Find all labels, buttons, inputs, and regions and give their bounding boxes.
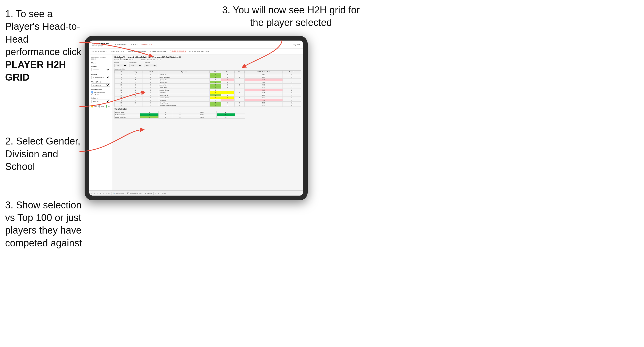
step3-right-block: 3. You will now see H2H grid for the pla… (220, 4, 361, 29)
table-row: 1585Stella Cheng 101.254 (115, 94, 301, 97)
sidebar: Last Updated: 27/03/2024 16:55:38 Player… (89, 54, 112, 190)
opponent-filter: Opponent (All) (144, 62, 157, 67)
up-label: Up (108, 105, 110, 107)
opponent-view-label: Opponent view (91, 89, 110, 90)
radio-top100[interactable]: Top 100 (91, 93, 110, 95)
player-rank-label: Player (Rank) (91, 81, 110, 83)
table-row: 1474Eunice Yi 2200.389 (115, 91, 301, 94)
grid-btn[interactable]: ⊞ (100, 192, 101, 194)
th-conf: # Conf (143, 71, 159, 73)
share-btn[interactable]: ↗ Share (160, 192, 166, 194)
th-diff: Diff Av Strokes/Rnd (245, 71, 283, 73)
td-rounds: 4 (283, 73, 301, 76)
opponent-view-section: Opponent view Opponents Played Top 100 (91, 89, 110, 95)
division-record-label: Division Record: 331 - 34 - 6 (141, 59, 160, 61)
td-tie (234, 73, 244, 76)
sub-nav-player-h2h-grid[interactable]: PLAYER H2H GRID (170, 50, 186, 53)
gender-section: Gender Women's (91, 66, 110, 71)
table-row: 1613Jessica Mason 120-0.947 (115, 97, 301, 99)
sub-nav-team-summary[interactable]: TEAM SUMMARY (92, 50, 107, 53)
back-btn[interactable]: ← (94, 192, 96, 194)
table-row: 1822Euna Lee 01-5.002 (115, 99, 301, 102)
filter-row: Region (All) Conference (All) Opponent (114, 62, 301, 67)
table-row: 19106Emily Chang 4100.3011 (115, 102, 301, 104)
grid-records: Overall Record: 353 - 34 - 6 Division Re… (114, 59, 301, 61)
colour-by-section: Colour by Win/loss (91, 97, 110, 103)
menu-btn[interactable]: ≡ (158, 192, 159, 194)
player-rank-select[interactable]: 8. Katelyn Vo (91, 83, 110, 87)
conference-label: Conference (129, 62, 142, 63)
down-label: Down (94, 105, 97, 107)
opponents-label: Opponents: (All) (114, 68, 301, 70)
tablet-screen: SCOREBOARD Powered by clippd TOURNAMENTS… (89, 41, 303, 196)
td-reg: 1 (128, 73, 143, 76)
grid-area: Katelyn Vo Head-to-Head Grid for Women's… (112, 54, 303, 190)
undo-btn[interactable]: ↺ (91, 192, 93, 194)
nav-committee[interactable]: COMMITTEE (141, 43, 153, 46)
step1-bold: PLAYER H2H GRID (5, 59, 82, 84)
division-select[interactable]: NCAA Division III (91, 76, 110, 79)
th-win: Win (210, 71, 221, 73)
table-row: 633Sydney Kuo 01-1.00 (115, 79, 301, 81)
region-select[interactable]: (All) (114, 64, 127, 67)
th-reg: # Reg (128, 71, 143, 73)
toolbar-sep4 (153, 192, 154, 195)
level-label: Level (101, 105, 104, 107)
td-div: 3 (115, 73, 128, 76)
layout-btn[interactable]: ⊡ (155, 192, 156, 194)
refresh-btn[interactable]: ↺ (103, 192, 104, 194)
step2-text: 2. Select Gender, Division and School (5, 135, 82, 173)
table-header-row: # Div # Reg # Conf Opponent Win Loss Tie… (115, 71, 301, 73)
table-row: 1063Andrea York 2004.004 (115, 84, 301, 86)
instructions-left: 1. To see a Player's Head-to-Head perfor… (0, 0, 87, 265)
sub-nav-player-h2h-heatmap[interactable]: PLAYER H2H HEATMAP (189, 50, 209, 53)
save-custom-btn[interactable]: 💾 Save Custom View (127, 192, 142, 194)
th-div: # Div (115, 71, 128, 73)
grid-title: Katelyn Vo Head-to-Head Grid for Women's… (114, 56, 301, 59)
table-row: 522Alexis Sudjianto 1004.003 (115, 76, 301, 79)
td-diff: 1.50 (245, 73, 283, 76)
overall-record-label: Overall Record: 353 - 34 - 6 (114, 59, 133, 61)
sub-nav-team-h2h-heatmap[interactable]: TEAM H2H HEATMAP (128, 50, 146, 53)
last-updated: Last Updated: 27/03/2024 16:55:38 (91, 56, 110, 60)
step1-text: 1. To see a Player's Head-to-Head perfor… (5, 8, 82, 59)
table-row: 1311Jessica Huang 0-3.002 (115, 89, 301, 91)
toolbar-sep1 (112, 192, 112, 195)
division-section: Division NCAA Division III (91, 73, 110, 79)
radio-opponents-played[interactable]: Opponents Played (91, 91, 110, 93)
gender-select[interactable]: Women's (91, 68, 110, 71)
opponent-label: Opponent (144, 62, 157, 63)
out-table-row: NCAA Division 2 5007.40010 (115, 116, 245, 119)
dots-btn[interactable]: ··· (106, 192, 107, 194)
step1-block: 1. To see a Player's Head-to-Head perfor… (5, 8, 82, 84)
th-loss: Loss (221, 71, 234, 73)
radio-group: Opponents Played Top 100 (91, 91, 110, 95)
division-label: Division (91, 73, 110, 75)
nav-tournaments[interactable]: TOURNAMENTS (113, 43, 127, 46)
nav-teams[interactable]: TEAMS (131, 43, 137, 46)
table-row: 311 Esther Lee 10 1.504 (115, 73, 301, 76)
conference-select[interactable]: (All) (129, 64, 142, 67)
view-original-btn[interactable]: 📊 View: Original (113, 192, 124, 194)
gender-label: Gender (91, 66, 110, 67)
nav-signout[interactable]: Sign out (293, 44, 300, 45)
timer-btn[interactable]: ⏱ (108, 192, 110, 194)
region-label: Region (114, 62, 127, 63)
forward-btn[interactable]: → (97, 192, 99, 194)
step3-right-text: 3. You will now see H2H grid for the pla… (220, 4, 361, 29)
colour-by-label: Colour by (91, 97, 110, 99)
watch-btn[interactable]: 👁 Watch ▾ (145, 192, 152, 194)
colour-legend: Down Level Up (91, 105, 110, 108)
th-tie: Tie (234, 71, 244, 73)
opponent-select[interactable]: (All) (144, 64, 157, 67)
th-opponent: Opponent (159, 71, 210, 73)
step2-block: 2. Select Gender, Division and School (5, 135, 82, 173)
colour-by-select[interactable]: Win/loss (91, 100, 110, 103)
sub-nav-team-h2h-grid[interactable]: TEAM H2H GRID (110, 50, 125, 53)
down-dot (91, 105, 93, 108)
td-win: 1 (210, 73, 221, 76)
main-content: Last Updated: 27/03/2024 16:55:38 Player… (89, 54, 303, 190)
th-rounds: Rounds (283, 71, 301, 73)
up-dot (106, 105, 107, 108)
sub-nav-player-summary[interactable]: PLAYER SUMMARY (150, 50, 166, 53)
